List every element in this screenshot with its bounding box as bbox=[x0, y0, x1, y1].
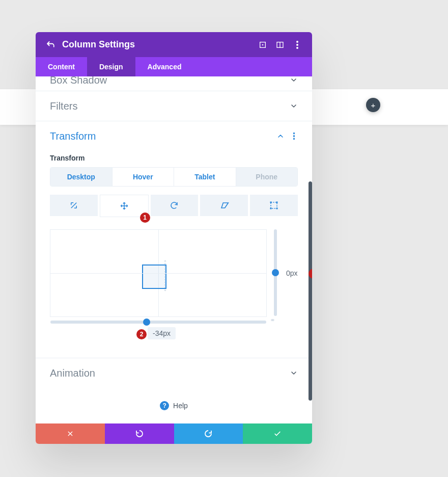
tab-design[interactable]: Design bbox=[87, 57, 135, 76]
y-slider[interactable] bbox=[274, 229, 277, 316]
scrollbar[interactable] bbox=[309, 181, 312, 401]
tool-skew[interactable] bbox=[200, 195, 248, 216]
chevron-down-icon bbox=[290, 369, 298, 377]
link-axes-icon[interactable]: ⚭ bbox=[270, 316, 275, 324]
tool-scale[interactable] bbox=[50, 195, 98, 216]
svg-point-5 bbox=[296, 44, 298, 46]
transform-sublabel: Transform bbox=[50, 154, 298, 162]
section-options-icon[interactable] bbox=[290, 132, 298, 140]
back-icon[interactable] bbox=[46, 40, 55, 49]
svg-rect-12 bbox=[276, 202, 278, 203]
redo-button[interactable] bbox=[174, 423, 243, 444]
transform-tool-row: 1 bbox=[50, 195, 298, 217]
more-icon[interactable] bbox=[293, 40, 302, 49]
state-phone[interactable]: Phone bbox=[236, 168, 298, 186]
x-slider-knob[interactable] bbox=[143, 319, 150, 326]
chevron-up-icon bbox=[276, 132, 285, 140]
help-row[interactable]: ? Help bbox=[36, 388, 312, 423]
x-slider[interactable] bbox=[50, 321, 266, 324]
state-segmented-control: Desktop Hover Tablet Phone bbox=[50, 167, 298, 187]
y-slider-knob[interactable] bbox=[272, 269, 279, 276]
state-tablet[interactable]: Tablet bbox=[174, 168, 236, 186]
modal-footer bbox=[36, 423, 312, 444]
x-value: -34px bbox=[148, 327, 176, 339]
help-icon: ? bbox=[160, 401, 169, 410]
columns-icon[interactable] bbox=[275, 40, 285, 49]
section-label: Box Shadow bbox=[50, 76, 290, 86]
svg-point-9 bbox=[293, 138, 295, 140]
section-transform-toggle[interactable]: Transform bbox=[50, 121, 298, 151]
svg-rect-10 bbox=[271, 202, 277, 208]
modal-title: Column Settings bbox=[62, 39, 250, 50]
tool-origin[interactable] bbox=[250, 195, 298, 216]
help-label: Help bbox=[173, 402, 188, 410]
chevron-down-icon bbox=[290, 76, 298, 84]
svg-point-4 bbox=[296, 41, 298, 43]
undo-button[interactable] bbox=[105, 423, 174, 444]
modal-body: Box Shadow Filters Transform bbox=[36, 76, 312, 423]
svg-rect-13 bbox=[270, 208, 272, 209]
save-button[interactable] bbox=[243, 423, 312, 444]
tab-bar: Content Design Advanced bbox=[36, 57, 312, 76]
svg-point-7 bbox=[293, 132, 295, 134]
svg-point-8 bbox=[293, 136, 295, 137]
cancel-button[interactable] bbox=[36, 423, 105, 444]
svg-rect-14 bbox=[276, 208, 278, 209]
chevron-down-icon bbox=[290, 102, 298, 110]
tool-rotate[interactable] bbox=[151, 195, 199, 216]
xy-grid[interactable] bbox=[50, 229, 267, 317]
svg-rect-11 bbox=[270, 202, 272, 203]
y-value: 0px bbox=[286, 269, 298, 277]
translate-handle[interactable] bbox=[142, 264, 166, 289]
tool-translate[interactable]: 1 bbox=[100, 195, 149, 217]
translate-xy-pad[interactable]: ⚭ 0px 3 -34px 2 bbox=[50, 229, 298, 317]
annotation-badge-1: 1 bbox=[140, 213, 150, 223]
add-section-button[interactable]: + bbox=[366, 98, 380, 112]
svg-point-6 bbox=[296, 47, 298, 49]
section-transform: Transform Transform Desktop Hover Tablet… bbox=[36, 121, 312, 358]
section-box-shadow[interactable]: Box Shadow bbox=[36, 76, 312, 91]
state-desktop[interactable]: Desktop bbox=[50, 168, 112, 186]
column-settings-modal: Column Settings Content Design Advanced … bbox=[36, 32, 312, 444]
section-label: Animation bbox=[50, 367, 290, 379]
tab-advanced[interactable]: Advanced bbox=[135, 57, 194, 76]
expand-icon[interactable] bbox=[258, 40, 267, 49]
section-label: Transform bbox=[50, 130, 276, 142]
modal-header: Column Settings bbox=[36, 32, 312, 57]
section-label: Filters bbox=[50, 100, 290, 112]
tab-content[interactable]: Content bbox=[36, 57, 87, 76]
section-filters[interactable]: Filters bbox=[36, 91, 312, 121]
annotation-badge-2: 2 bbox=[136, 329, 147, 339]
svg-point-1 bbox=[262, 44, 264, 45]
state-hover[interactable]: Hover bbox=[112, 168, 174, 186]
section-animation[interactable]: Animation bbox=[36, 358, 312, 388]
